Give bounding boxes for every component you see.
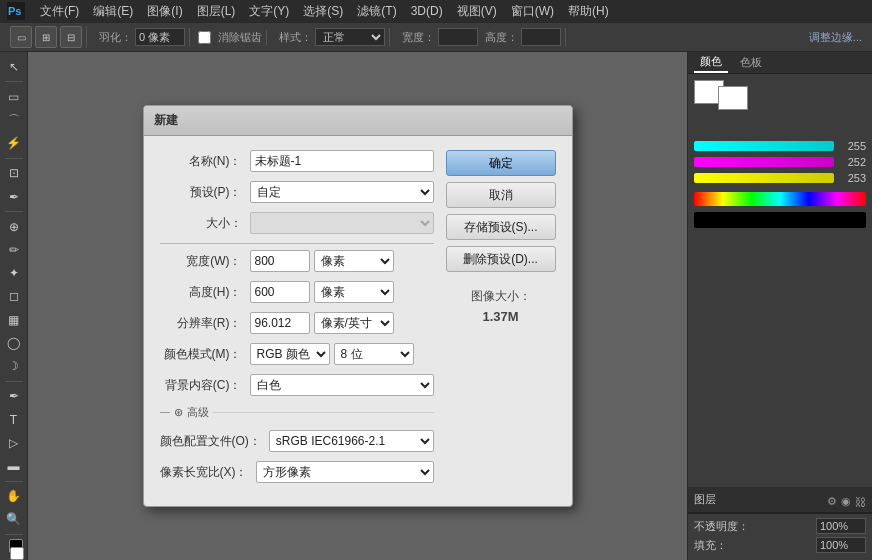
delete-preset-button[interactable]: 删除预设(D)... <box>446 246 556 272</box>
menu-edit[interactable]: 编辑(E) <box>87 1 139 22</box>
height-unit-select[interactable]: 像素 <box>314 281 394 303</box>
name-input[interactable] <box>250 150 434 172</box>
height-input[interactable] <box>521 28 561 46</box>
width-unit-select[interactable]: 像素 <box>314 250 394 272</box>
opacity-row: 不透明度： <box>694 518 866 534</box>
style-label: 样式： <box>279 30 312 45</box>
menu-3d[interactable]: 3D(D) <box>405 2 449 20</box>
preset-row: 预设(P)： 自定 <box>160 181 434 203</box>
tool-marquee[interactable]: ▭ <box>3 86 25 107</box>
resolution-unit-select[interactable]: 像素/英寸 <box>314 312 394 334</box>
menu-filter[interactable]: 滤镜(T) <box>351 1 402 22</box>
menu-window[interactable]: 窗口(W) <box>505 1 560 22</box>
tool-patch[interactable]: ⊕ <box>3 216 25 237</box>
advanced-section: ⊛ 高级 <box>160 405 434 420</box>
tool-move[interactable]: ↖ <box>3 56 25 77</box>
menu-view[interactable]: 视图(V) <box>451 1 503 22</box>
ok-button[interactable]: 确定 <box>446 150 556 176</box>
toolbar-mode-btn[interactable]: ▭ <box>10 26 32 48</box>
fill-input[interactable] <box>816 537 866 553</box>
resolution-label: 分辨率(R)： <box>160 315 250 332</box>
swatches-tab[interactable]: 色板 <box>734 53 768 72</box>
slider-yellow[interactable] <box>694 173 834 183</box>
color-depth-select[interactable]: 8 位 <box>334 343 414 365</box>
toolbar-mode-btn2[interactable]: ⊞ <box>35 26 57 48</box>
menu-select[interactable]: 选择(S) <box>297 1 349 22</box>
menu-file[interactable]: 文件(F) <box>34 1 85 22</box>
height-multi: 像素 <box>250 281 394 303</box>
layer-icons: ⚙ ◉ ⛓ <box>827 495 866 508</box>
menu-text[interactable]: 文字(Y) <box>243 1 295 22</box>
height-label: 高度： <box>485 30 518 45</box>
opacity-input[interactable] <box>816 518 866 534</box>
dialog-overlay: 新建 名称(N)： 预设(P)： 自定 <box>28 52 687 560</box>
color-mode-select[interactable]: RGB 颜色 <box>250 343 330 365</box>
adjust-label[interactable]: 调整边缘... <box>809 30 862 45</box>
tool-brush[interactable]: ✏ <box>3 239 25 260</box>
size-select <box>250 212 434 234</box>
app-logo: Ps <box>4 1 28 21</box>
tool-text[interactable]: T <box>3 409 25 430</box>
toolbar-mode-btn3[interactable]: ⊟ <box>60 26 82 48</box>
slider-cyan[interactable] <box>694 141 834 151</box>
cancel-button[interactable]: 取消 <box>446 182 556 208</box>
menu-image[interactable]: 图像(I) <box>141 1 188 22</box>
tool-wand[interactable]: ⚡ <box>3 133 25 154</box>
tool-pen[interactable]: ✒ <box>3 386 25 407</box>
tool-eyedropper[interactable]: ✒ <box>3 186 25 207</box>
toolbar-antialias-section: 消除锯齿 <box>194 30 267 45</box>
style-select[interactable]: 正常 <box>315 28 385 46</box>
tool-path-select[interactable]: ▷ <box>3 432 25 453</box>
tool-shape[interactable]: ▬ <box>3 455 25 476</box>
tool-dodge[interactable]: ☽ <box>3 356 25 377</box>
menu-help[interactable]: 帮助(H) <box>562 1 615 22</box>
height-value-input[interactable] <box>250 281 310 303</box>
toolbar-feather-section: 羽化： <box>91 28 190 46</box>
tool-separator-3 <box>5 211 23 212</box>
color-tab[interactable]: 颜色 <box>694 52 728 73</box>
advanced-label: 高级 <box>187 405 209 420</box>
pixel-aspect-select[interactable]: 方形像素 <box>256 461 434 483</box>
tool-clone[interactable]: ✦ <box>3 263 25 284</box>
dialog-title: 新建 <box>144 106 572 136</box>
canvas-area: 新建 名称(N)： 预设(P)： 自定 <box>28 52 687 560</box>
color-spectrum[interactable] <box>694 192 866 206</box>
preset-select[interactable]: 自定 <box>250 181 434 203</box>
layer-chain-icon: ⛓ <box>855 496 866 508</box>
feather-input[interactable] <box>135 28 185 46</box>
tool-crop[interactable]: ⊡ <box>3 163 25 184</box>
resolution-value-input[interactable] <box>250 312 310 334</box>
tool-eraser[interactable]: ◻ <box>3 286 25 307</box>
slider-magenta[interactable] <box>694 157 834 167</box>
resolution-row: 分辨率(R)： 像素/英寸 <box>160 312 434 334</box>
width-input[interactable] <box>438 28 478 46</box>
tool-separator-2 <box>5 158 23 159</box>
save-preset-button[interactable]: 存储预设(S)... <box>446 214 556 240</box>
antialias-checkbox[interactable] <box>198 31 211 44</box>
bg-swatch[interactable] <box>718 86 748 110</box>
advanced-toggle-icon[interactable]: ⊛ <box>174 406 183 419</box>
color-swatches-preview <box>694 80 866 110</box>
tool-hand[interactable]: ✋ <box>3 486 25 507</box>
dialog-body: 名称(N)： 预设(P)： 自定 大小： <box>144 136 572 506</box>
tool-blur[interactable]: ◯ <box>3 332 25 353</box>
menu-layer[interactable]: 图层(L) <box>191 1 242 22</box>
tool-bg-color[interactable] <box>10 547 24 560</box>
size-row: 大小： <box>160 212 434 234</box>
height-row: 高度(H)： 像素 <box>160 281 434 303</box>
name-row: 名称(N)： <box>160 150 434 172</box>
left-toolbar: ↖ ▭ ⌒ ⚡ ⊡ ✒ ⊕ ✏ ✦ ◻ ▦ ◯ ☽ ✒ T ▷ ▬ ✋ 🔍 <box>0 52 28 560</box>
section-divider-1 <box>160 243 434 244</box>
width-value-input[interactable] <box>250 250 310 272</box>
tool-lasso[interactable]: ⌒ <box>3 109 25 130</box>
bg-content-select[interactable]: 白色 <box>250 374 434 396</box>
color-panel-header: 颜色 色板 <box>688 52 872 74</box>
tool-zoom[interactable]: 🔍 <box>3 509 25 530</box>
tool-gradient[interactable]: ▦ <box>3 309 25 330</box>
main-area: ↖ ▭ ⌒ ⚡ ⊡ ✒ ⊕ ✏ ✦ ◻ ▦ ◯ ☽ ✒ T ▷ ▬ ✋ 🔍 新建 <box>0 52 872 560</box>
new-document-dialog: 新建 名称(N)： 预设(P)： 自定 <box>143 105 573 507</box>
color-profile-select[interactable]: sRGB IEC61966-2.1 <box>269 430 434 452</box>
layer-lock-icon: ⚙ <box>827 495 837 508</box>
color-mode-row: 颜色模式(M)： RGB 颜色 8 位 <box>160 343 434 365</box>
preset-label: 预设(P)： <box>160 184 250 201</box>
